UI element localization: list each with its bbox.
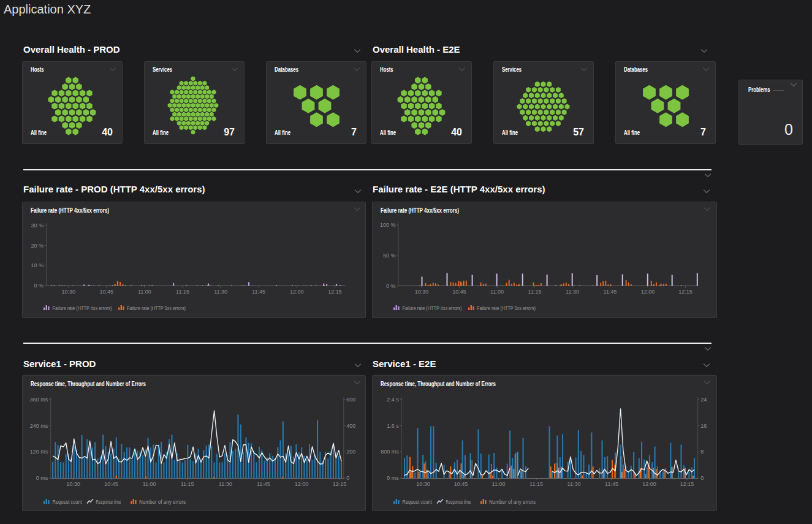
svg-text:12:15: 12:15	[680, 481, 694, 487]
svg-text:600: 600	[346, 397, 355, 403]
svg-text:11:00: 11:00	[138, 289, 151, 295]
svg-text:Number of any errors: Number of any errors	[489, 498, 536, 505]
svg-text:Response time, Throughput and: Response time, Throughput and Number of …	[381, 381, 496, 387]
svg-text:1.6 s: 1.6 s	[387, 423, 399, 429]
svg-text:Request count: Request count	[403, 498, 432, 505]
svg-text:12:15: 12:15	[328, 289, 342, 295]
svg-text:0: 0	[346, 475, 349, 481]
svg-text:0 ms: 0 ms	[387, 475, 399, 481]
svg-text:Failure rate (HTTP 5xx errors): Failure rate (HTTP 5xx errors)	[127, 305, 186, 311]
svg-text:10:30: 10:30	[66, 481, 80, 487]
svg-text:11:30: 11:30	[567, 481, 581, 487]
svg-text:Response time: Response time	[446, 498, 471, 505]
svg-text:12:00: 12:00	[295, 481, 309, 487]
svg-text:2.4 s: 2.4 s	[387, 397, 399, 403]
svg-text:11:00: 11:00	[492, 481, 506, 487]
svg-text:10 %: 10 %	[31, 262, 44, 268]
svg-text:24: 24	[700, 397, 707, 403]
svg-text:800 ms: 800 ms	[381, 449, 399, 455]
svg-text:240 ms: 240 ms	[30, 423, 48, 429]
svg-text:8: 8	[700, 449, 704, 455]
svg-text:11:45: 11:45	[257, 481, 270, 487]
svg-text:Failure rate (HTTP 5xx errors): Failure rate (HTTP 5xx errors)	[477, 305, 536, 311]
svg-text:10:45: 10:45	[454, 481, 468, 487]
svg-text:20 %: 20 %	[31, 243, 44, 249]
svg-text:0 %: 0 %	[386, 283, 396, 289]
svg-text:Response time: Response time	[96, 498, 121, 505]
svg-text:11:15: 11:15	[529, 481, 543, 487]
svg-text:Number of any errors: Number of any errors	[139, 498, 186, 505]
svg-text:Failure rate (HTTP 4xx/5xx err: Failure rate (HTTP 4xx/5xx errors)	[381, 207, 459, 214]
svg-text:11:00: 11:00	[490, 289, 504, 295]
svg-text:11:30: 11:30	[219, 481, 232, 487]
svg-text:11:15: 11:15	[181, 481, 194, 487]
svg-text:0 %: 0 %	[34, 283, 44, 289]
svg-text:Failure rate (HTTP 4xx errors): Failure rate (HTTP 4xx errors)	[403, 305, 462, 311]
svg-text:12:00: 12:00	[641, 289, 655, 295]
svg-text:0: 0	[700, 475, 704, 481]
svg-text:30 %: 30 %	[31, 222, 44, 229]
svg-text:12:00: 12:00	[642, 481, 656, 487]
svg-text:10:30: 10:30	[61, 289, 75, 295]
svg-text:400: 400	[346, 423, 355, 429]
svg-text:10:30: 10:30	[415, 289, 429, 295]
svg-text:11:45: 11:45	[252, 289, 265, 295]
svg-text:10:45: 10:45	[104, 481, 118, 487]
svg-text:10:45: 10:45	[100, 289, 114, 295]
svg-text:11:45: 11:45	[605, 481, 618, 487]
svg-text:12:00: 12:00	[290, 289, 304, 295]
svg-text:Failure rate (HTTP 4xx errors): Failure rate (HTTP 4xx errors)	[53, 305, 112, 311]
svg-text:360 ms: 360 ms	[30, 397, 48, 403]
svg-text:11:30: 11:30	[214, 289, 227, 295]
svg-text:12:15: 12:15	[678, 289, 692, 295]
svg-text:Request count: Request count	[53, 498, 82, 505]
svg-text:50 %: 50 %	[383, 253, 396, 259]
svg-text:10:45: 10:45	[452, 289, 466, 295]
svg-text:11:15: 11:15	[176, 289, 189, 295]
svg-text:100 %: 100 %	[380, 222, 396, 228]
svg-text:11:30: 11:30	[566, 289, 579, 295]
svg-text:0 ms: 0 ms	[36, 475, 48, 481]
svg-text:Response time, Throughput and: Response time, Throughput and Number of …	[31, 381, 146, 387]
svg-text:11:15: 11:15	[528, 289, 542, 295]
svg-text:Failure rate (HTTP 4xx/5xx err: Failure rate (HTTP 4xx/5xx errors)	[31, 207, 109, 214]
svg-text:11:45: 11:45	[604, 289, 617, 295]
svg-text:10:30: 10:30	[416, 481, 430, 487]
svg-text:12:15: 12:15	[333, 481, 347, 487]
svg-text:120 ms: 120 ms	[30, 449, 48, 455]
svg-text:16: 16	[700, 423, 707, 429]
svg-text:200: 200	[346, 449, 355, 455]
svg-text:11:00: 11:00	[143, 481, 156, 487]
